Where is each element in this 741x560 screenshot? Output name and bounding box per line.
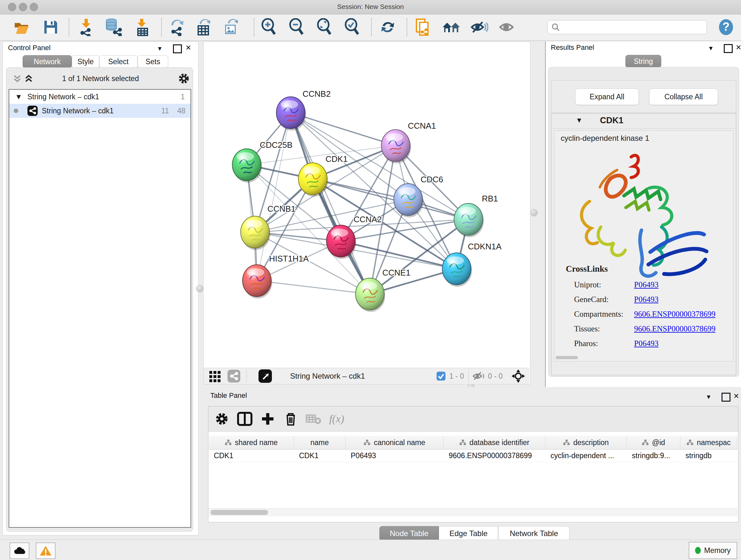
table-hscrollbar[interactable] xyxy=(209,508,738,516)
gene-expander-icon[interactable]: ▼ xyxy=(576,116,583,125)
crosslinks-title: CrossLinks xyxy=(566,264,608,274)
column-header--id[interactable]: @id xyxy=(627,436,680,449)
warnings-button[interactable] xyxy=(36,543,56,559)
table-row[interactable]: CDK1CDK1P064939606.ENSP00000378699cyclin… xyxy=(209,449,738,462)
network-edge-hist1h1a-ccne1[interactable] xyxy=(257,281,370,294)
collection-label: String Network – cdk1 xyxy=(27,92,99,101)
network-node-ccne1[interactable] xyxy=(355,278,385,312)
fit-content-crosshair-icon[interactable] xyxy=(511,369,526,383)
control-panel-float-icon[interactable]: ▾ xyxy=(158,44,161,53)
network-share-icon[interactable] xyxy=(227,369,241,383)
results-panel-float-icon[interactable]: ▾ xyxy=(709,44,713,52)
tab-sets[interactable]: Sets xyxy=(138,55,168,68)
collapse-all-button[interactable]: Collapse All xyxy=(649,88,718,105)
selected-count: 1 - 0 xyxy=(449,372,464,381)
crosslink-label: Compartments: xyxy=(574,310,634,319)
help-icon[interactable]: ? xyxy=(716,17,736,37)
network-options-gear-icon[interactable] xyxy=(178,72,190,86)
column-header-canonical-name[interactable]: canonical name xyxy=(346,436,444,449)
table-cell: CDK1 xyxy=(209,449,294,462)
tab-node-table[interactable]: Node Table xyxy=(380,526,439,541)
collection-expander-icon[interactable]: ▼ xyxy=(15,92,22,101)
tab-select[interactable]: Select xyxy=(99,55,138,68)
control-panel-maximize-icon[interactable] xyxy=(173,44,182,53)
table-cell: P06493 xyxy=(346,449,444,462)
export-image-icon[interactable] xyxy=(221,17,241,37)
network-node-ccnb2[interactable] xyxy=(276,97,306,131)
save-session-icon[interactable] xyxy=(41,17,61,37)
table-hscroll-thumb[interactable] xyxy=(211,510,268,515)
crosslink-value-link[interactable]: P06493 xyxy=(634,339,658,348)
table-options-gear-icon[interactable] xyxy=(210,409,233,428)
zoom-in-icon[interactable] xyxy=(259,17,279,37)
create-column-icon[interactable] xyxy=(256,409,279,428)
tab-style[interactable]: Style xyxy=(72,55,99,68)
network-collection-row[interactable]: ▼ String Network – cdk1 1 xyxy=(9,90,191,104)
table-panel-float-icon[interactable]: ▾ xyxy=(707,393,711,401)
show-all-icon[interactable] xyxy=(497,17,517,37)
tab-network[interactable]: Network xyxy=(23,55,72,68)
crosslink-value-link[interactable]: P06493 xyxy=(634,295,658,304)
export-table-icon[interactable] xyxy=(194,17,214,37)
network-node-ccnb1[interactable] xyxy=(241,216,270,250)
open-session-icon[interactable] xyxy=(12,17,31,37)
gene-section-header[interactable]: ▼ CDK1 xyxy=(551,114,736,129)
import-table-icon[interactable] xyxy=(133,17,152,37)
zoom-selected-icon[interactable] xyxy=(342,17,362,37)
crosslink-value-link[interactable]: P06493 xyxy=(634,280,658,289)
delete-column-icon[interactable] xyxy=(279,409,302,428)
network-node-cdc6[interactable] xyxy=(394,184,423,217)
table-panel-close-icon[interactable]: ✕ xyxy=(733,392,739,400)
selected-checkbox-icon[interactable] xyxy=(436,371,446,381)
main-toolbar: ? xyxy=(0,14,741,41)
warning-icon xyxy=(39,545,52,556)
left-splitter-handle[interactable] xyxy=(196,285,204,293)
network-node-rb1[interactable] xyxy=(454,203,484,237)
tab-string[interactable]: String xyxy=(625,55,661,68)
grid-view-icon[interactable] xyxy=(208,370,222,382)
control-panel-close-icon[interactable]: ✕ xyxy=(185,44,191,52)
zoom-out-icon[interactable] xyxy=(287,17,307,37)
network-node-cdkn1a[interactable] xyxy=(442,253,472,287)
network-edge-cdk1-rb1[interactable] xyxy=(313,179,468,219)
export-network-icon[interactable] xyxy=(167,17,187,37)
network-canvas[interactable]: CCNB2CCNA1CDC25BCDK1CDC6RB1CCNB1CCNA2CDK… xyxy=(204,42,529,368)
tab-network-table[interactable]: Network Table xyxy=(498,526,569,541)
memory-button[interactable]: Memory xyxy=(689,542,737,559)
first-neighbors-icon[interactable] xyxy=(442,17,461,37)
results-hscroll-thumb[interactable] xyxy=(556,356,578,359)
crosslink-value-link[interactable]: 9606.ENSP00000378699 xyxy=(634,310,716,319)
copy-style-icon[interactable] xyxy=(413,17,433,37)
search-field[interactable] xyxy=(547,20,707,34)
table-cell: 9606.ENSP00000378699 xyxy=(444,449,545,462)
column-header-name[interactable]: name xyxy=(294,436,346,449)
results-panel-maximize-icon[interactable] xyxy=(724,44,733,53)
column-header-database-identifier[interactable]: database identifier xyxy=(444,436,545,449)
tab-edge-table[interactable]: Edge Table xyxy=(439,526,498,541)
network-node-hist1h1a[interactable] xyxy=(243,265,272,299)
network-edge-ccna2-cdkn1a[interactable] xyxy=(341,241,457,269)
show-column-icon[interactable] xyxy=(233,409,256,428)
network-row[interactable]: String Network – cdk1 11 48 xyxy=(9,104,191,118)
network-edge-ccnb2-ccna1[interactable] xyxy=(291,113,396,145)
cloud-status-button[interactable] xyxy=(10,543,29,559)
results-panel-close-icon[interactable]: ✕ xyxy=(736,44,741,52)
search-input[interactable] xyxy=(560,23,701,32)
birds-eye-view-icon[interactable] xyxy=(258,369,272,383)
column-header-shared-name[interactable]: shared name xyxy=(209,436,294,449)
network-node-cdc25b[interactable] xyxy=(232,149,262,183)
network-node-ccna2[interactable] xyxy=(327,225,356,259)
hide-selected-icon[interactable] xyxy=(469,17,489,37)
network-node-cdk1[interactable] xyxy=(298,163,328,197)
import-network-icon[interactable] xyxy=(77,17,96,37)
column-header-namespac[interactable]: namespac xyxy=(680,436,737,449)
network-node-ccna1[interactable] xyxy=(381,130,411,164)
right-splitter-handle[interactable] xyxy=(530,209,538,216)
column-header-description[interactable]: description xyxy=(545,436,627,449)
import-network-database-icon[interactable] xyxy=(104,17,123,37)
table-panel-maximize-icon[interactable] xyxy=(722,393,731,401)
expand-all-button[interactable]: Expand All xyxy=(575,88,639,105)
refresh-icon[interactable] xyxy=(378,17,398,37)
zoom-fit-icon[interactable] xyxy=(315,17,334,37)
crosslink-value-link[interactable]: 9606.ENSP00000378699 xyxy=(634,324,716,333)
